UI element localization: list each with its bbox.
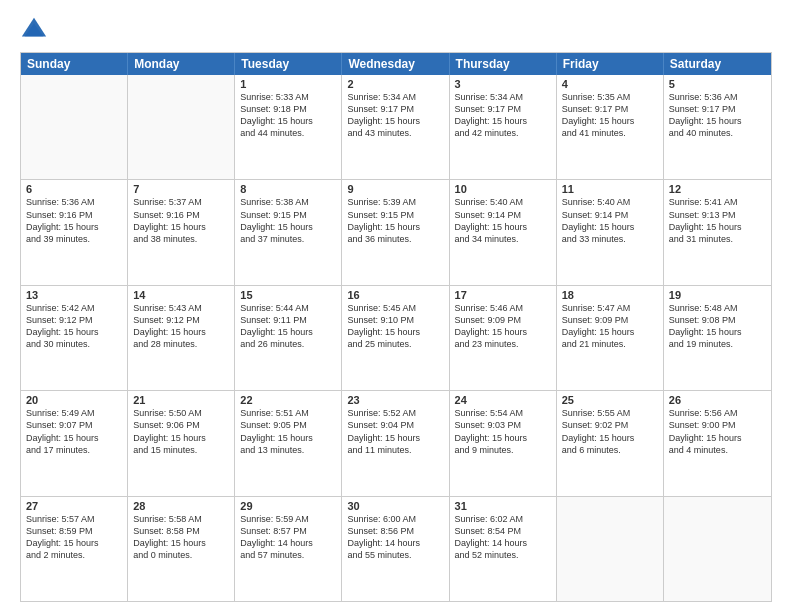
cell-line: Sunrise: 5:58 AM <box>133 513 229 525</box>
day-number: 3 <box>455 78 551 90</box>
cell-line: Sunrise: 6:00 AM <box>347 513 443 525</box>
day-cell-5: 5Sunrise: 5:36 AMSunset: 9:17 PMDaylight… <box>664 75 771 179</box>
cell-line: Daylight: 15 hours <box>669 221 766 233</box>
day-cell-1: 1Sunrise: 5:33 AMSunset: 9:18 PMDaylight… <box>235 75 342 179</box>
cell-line: Sunset: 9:05 PM <box>240 419 336 431</box>
cell-line: Sunrise: 5:35 AM <box>562 91 658 103</box>
cell-line: and 34 minutes. <box>455 233 551 245</box>
day-number: 12 <box>669 183 766 195</box>
cell-line: Daylight: 15 hours <box>562 115 658 127</box>
cell-line: Sunset: 8:58 PM <box>133 525 229 537</box>
cell-line: and 37 minutes. <box>240 233 336 245</box>
cell-line: and 15 minutes. <box>133 444 229 456</box>
day-number: 28 <box>133 500 229 512</box>
cell-line: Daylight: 15 hours <box>562 326 658 338</box>
day-cell-26: 26Sunrise: 5:56 AMSunset: 9:00 PMDayligh… <box>664 391 771 495</box>
cell-line: Sunset: 8:54 PM <box>455 525 551 537</box>
cell-line: and 23 minutes. <box>455 338 551 350</box>
cell-line: Daylight: 14 hours <box>240 537 336 549</box>
day-number: 8 <box>240 183 336 195</box>
day-number: 30 <box>347 500 443 512</box>
cell-line: Sunset: 9:08 PM <box>669 314 766 326</box>
day-cell-11: 11Sunrise: 5:40 AMSunset: 9:14 PMDayligh… <box>557 180 664 284</box>
cell-line: Daylight: 15 hours <box>133 537 229 549</box>
cell-line: Daylight: 15 hours <box>133 326 229 338</box>
day-number: 1 <box>240 78 336 90</box>
cell-line: and 44 minutes. <box>240 127 336 139</box>
cell-line: Sunrise: 5:48 AM <box>669 302 766 314</box>
cell-line: Daylight: 15 hours <box>26 221 122 233</box>
cell-line: Sunset: 9:06 PM <box>133 419 229 431</box>
header-day-thursday: Thursday <box>450 53 557 75</box>
cell-line: Sunrise: 5:46 AM <box>455 302 551 314</box>
cell-line: Daylight: 15 hours <box>240 221 336 233</box>
cell-line: Sunrise: 5:33 AM <box>240 91 336 103</box>
cell-line: Sunset: 9:07 PM <box>26 419 122 431</box>
cell-line: Daylight: 15 hours <box>455 221 551 233</box>
cell-line: Sunset: 9:10 PM <box>347 314 443 326</box>
day-cell-13: 13Sunrise: 5:42 AMSunset: 9:12 PMDayligh… <box>21 286 128 390</box>
cell-line: Daylight: 15 hours <box>347 115 443 127</box>
cell-line: Sunrise: 5:42 AM <box>26 302 122 314</box>
cell-line: Sunrise: 5:54 AM <box>455 407 551 419</box>
day-number: 16 <box>347 289 443 301</box>
cell-line: Daylight: 15 hours <box>133 432 229 444</box>
cell-line: Sunset: 9:17 PM <box>562 103 658 115</box>
day-number: 7 <box>133 183 229 195</box>
day-number: 17 <box>455 289 551 301</box>
cell-line: Sunrise: 5:52 AM <box>347 407 443 419</box>
day-cell-25: 25Sunrise: 5:55 AMSunset: 9:02 PMDayligh… <box>557 391 664 495</box>
cell-line: and 39 minutes. <box>26 233 122 245</box>
day-cell-28: 28Sunrise: 5:58 AMSunset: 8:58 PMDayligh… <box>128 497 235 601</box>
cell-line: Sunset: 9:11 PM <box>240 314 336 326</box>
header-day-sunday: Sunday <box>21 53 128 75</box>
cell-line: Sunset: 9:14 PM <box>562 209 658 221</box>
cell-line: and 11 minutes. <box>347 444 443 456</box>
calendar-header: SundayMondayTuesdayWednesdayThursdayFrid… <box>21 53 771 75</box>
cell-line: Sunrise: 5:47 AM <box>562 302 658 314</box>
cell-line: Sunset: 8:56 PM <box>347 525 443 537</box>
calendar-body: 1Sunrise: 5:33 AMSunset: 9:18 PMDaylight… <box>21 75 771 601</box>
day-number: 13 <box>26 289 122 301</box>
cell-line: Sunrise: 5:36 AM <box>26 196 122 208</box>
day-cell-29: 29Sunrise: 5:59 AMSunset: 8:57 PMDayligh… <box>235 497 342 601</box>
calendar-row-2: 13Sunrise: 5:42 AMSunset: 9:12 PMDayligh… <box>21 285 771 390</box>
cell-line: Sunrise: 5:50 AM <box>133 407 229 419</box>
cell-line: Sunset: 9:00 PM <box>669 419 766 431</box>
cell-line: and 55 minutes. <box>347 549 443 561</box>
day-number: 2 <box>347 78 443 90</box>
cell-line: Daylight: 14 hours <box>347 537 443 549</box>
cell-line: and 41 minutes. <box>562 127 658 139</box>
day-cell-27: 27Sunrise: 5:57 AMSunset: 8:59 PMDayligh… <box>21 497 128 601</box>
cell-line: and 13 minutes. <box>240 444 336 456</box>
day-cell-19: 19Sunrise: 5:48 AMSunset: 9:08 PMDayligh… <box>664 286 771 390</box>
cell-line: and 26 minutes. <box>240 338 336 350</box>
logo-icon <box>20 16 48 44</box>
cell-line: Sunrise: 5:38 AM <box>240 196 336 208</box>
empty-cell-0-0 <box>21 75 128 179</box>
cell-line: Daylight: 15 hours <box>347 432 443 444</box>
day-cell-2: 2Sunrise: 5:34 AMSunset: 9:17 PMDaylight… <box>342 75 449 179</box>
cell-line: Daylight: 15 hours <box>562 432 658 444</box>
cell-line: and 21 minutes. <box>562 338 658 350</box>
cell-line: Sunrise: 5:39 AM <box>347 196 443 208</box>
cell-line: Sunrise: 5:40 AM <box>562 196 658 208</box>
cell-line: Daylight: 15 hours <box>455 326 551 338</box>
page: SundayMondayTuesdayWednesdayThursdayFrid… <box>0 0 792 612</box>
cell-line: Sunset: 9:17 PM <box>347 103 443 115</box>
day-cell-16: 16Sunrise: 5:45 AMSunset: 9:10 PMDayligh… <box>342 286 449 390</box>
day-number: 19 <box>669 289 766 301</box>
cell-line: Daylight: 15 hours <box>669 115 766 127</box>
day-cell-21: 21Sunrise: 5:50 AMSunset: 9:06 PMDayligh… <box>128 391 235 495</box>
cell-line: Sunrise: 5:45 AM <box>347 302 443 314</box>
cell-line: and 28 minutes. <box>133 338 229 350</box>
day-number: 27 <box>26 500 122 512</box>
cell-line: Daylight: 15 hours <box>347 326 443 338</box>
cell-line: Sunrise: 5:34 AM <box>347 91 443 103</box>
empty-cell-0-1 <box>128 75 235 179</box>
cell-line: and 42 minutes. <box>455 127 551 139</box>
cell-line: Sunrise: 5:49 AM <box>26 407 122 419</box>
day-number: 15 <box>240 289 336 301</box>
day-number: 18 <box>562 289 658 301</box>
cell-line: Daylight: 14 hours <box>455 537 551 549</box>
